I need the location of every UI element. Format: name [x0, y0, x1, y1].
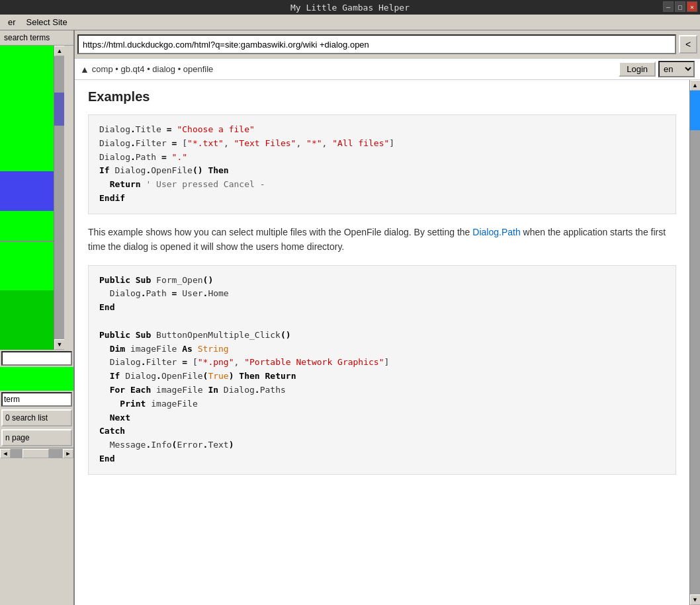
content-paragraph: This example shows how you can select mu…	[88, 225, 676, 255]
search-list-button[interactable]: 0 search list	[1, 409, 72, 426]
menu-bar: er Select Site	[0, 15, 700, 30]
green-block-2	[0, 211, 54, 290]
title-bar: My Little Gambas Helper – □ ✕	[0, 0, 700, 15]
url-bar-area: <	[75, 30, 700, 58]
n-page-button[interactable]: n page	[1, 429, 72, 446]
cb2-line-10: Next	[99, 411, 665, 425]
cb2-line-7: If Dialog.OpenFile(True) Then Return	[99, 370, 665, 383]
code-line-5: Return ' User pressed Cancel -	[99, 178, 665, 192]
cb2-line-13: End	[99, 452, 665, 466]
web-content-area: Examples Dialog.Title = "Choose a file" …	[75, 80, 700, 605]
right-vscrollbar: ▲ ▼	[689, 80, 700, 605]
left-hscroll-right[interactable]: ►	[63, 449, 73, 458]
cb2-line-2: Dialog.Path = User.Home	[99, 287, 665, 301]
left-scroll-down[interactable]: ▼	[54, 339, 64, 350]
code-block-1: Dialog.Title = "Choose a file" Dialog.Fi…	[88, 114, 676, 214]
visualization-area: ▲ ▼	[0, 46, 64, 350]
back-button[interactable]: <	[679, 35, 697, 54]
language-select[interactable]: en de fr	[658, 61, 695, 77]
file-menu-item[interactable]: er	[3, 16, 21, 28]
dialog-path-link[interactable]: Dialog.Path	[472, 227, 520, 237]
green-block-1	[0, 46, 54, 171]
left-hscroll-thumb[interactable]	[22, 449, 49, 458]
breadcrumb-collapse-icon[interactable]: ▲	[80, 64, 89, 75]
cb2-line-6: Dialog.Filter = ["*.png", "Portable Netw…	[99, 356, 665, 370]
window-controls: – □ ✕	[663, 1, 697, 12]
left-scroll-track	[54, 56, 64, 339]
left-panel: search terms ▲ ▼	[0, 30, 75, 605]
code-line-3: Dialog.Path = "."	[99, 151, 665, 165]
left-scroll-thumb[interactable]	[54, 93, 64, 126]
green-block-3	[0, 290, 54, 350]
breadcrumb-text: comp • gb.qt4 • dialog • openfile	[92, 64, 616, 74]
left-hscroll-left[interactable]: ◄	[0, 449, 11, 458]
cb2-line-8: For Each imageFile In Dialog.Paths	[99, 383, 665, 397]
breadcrumb-bar: ▲ comp • gb.qt4 • dialog • openfile Logi…	[75, 58, 700, 80]
url-input[interactable]	[77, 34, 676, 54]
content-inner: Examples Dialog.Title = "Choose a file" …	[75, 80, 689, 492]
code-line-1: Dialog.Title = "Choose a file"	[99, 123, 665, 137]
right-panel: < ▲ comp • gb.qt4 • dialog • openfile Lo…	[75, 30, 700, 605]
divider-line	[0, 241, 54, 242]
right-scroll-up[interactable]: ▲	[690, 80, 701, 91]
maximize-button[interactable]: □	[675, 1, 685, 12]
green-block-bottom	[0, 367, 73, 391]
code-block-2: Public Sub Form_Open() Dialog.Path = Use…	[88, 265, 676, 475]
code-line-4: If Dialog.OpenFile() Then	[99, 164, 665, 178]
blue-block-1	[0, 171, 54, 211]
term-input-area	[0, 350, 73, 367]
right-scroll-down[interactable]: ▼	[690, 594, 701, 605]
select-site-menu-item[interactable]: Select Site	[21, 16, 73, 28]
left-scroll-up[interactable]: ▲	[54, 46, 64, 56]
cb2-line-3: End	[99, 301, 665, 315]
left-hscrollbar: ◄ ►	[0, 448, 73, 458]
term-input-bottom-area	[0, 391, 73, 408]
app-title: My Little Gambas Helper	[290, 3, 410, 13]
cb2-line-9: Print imageFile	[99, 397, 665, 411]
examples-heading: Examples	[88, 87, 676, 106]
main-layout: search terms ▲ ▼	[0, 30, 700, 605]
term-input[interactable]	[1, 351, 72, 366]
cb2-line-12: Message.Info(Error.Text)	[99, 438, 665, 452]
cb2-line-11: Catch	[99, 424, 665, 438]
search-terms-label: search terms	[0, 30, 73, 46]
content-scroll[interactable]: Examples Dialog.Title = "Choose a file" …	[75, 80, 689, 605]
close-button[interactable]: ✕	[687, 1, 697, 12]
right-scroll-track	[690, 91, 701, 594]
code-line-2: Dialog.Filter = ["*.txt", "Text Files", …	[99, 137, 665, 151]
login-button[interactable]: Login	[619, 61, 656, 77]
code-line-6: Endif	[99, 192, 665, 206]
term-input-bottom[interactable]	[1, 392, 72, 407]
cb2-line-5: Dim imageFile As String	[99, 343, 665, 356]
left-hscroll-track	[11, 449, 63, 458]
cb2-line-4: Public Sub ButtonOpenMultiple_Click()	[99, 329, 665, 343]
right-scroll-thumb[interactable]	[690, 91, 701, 130]
minimize-button[interactable]: –	[663, 1, 674, 12]
left-vscrollbar: ▲ ▼	[54, 46, 64, 350]
cb2-line-1: Public Sub Form_Open()	[99, 274, 665, 288]
